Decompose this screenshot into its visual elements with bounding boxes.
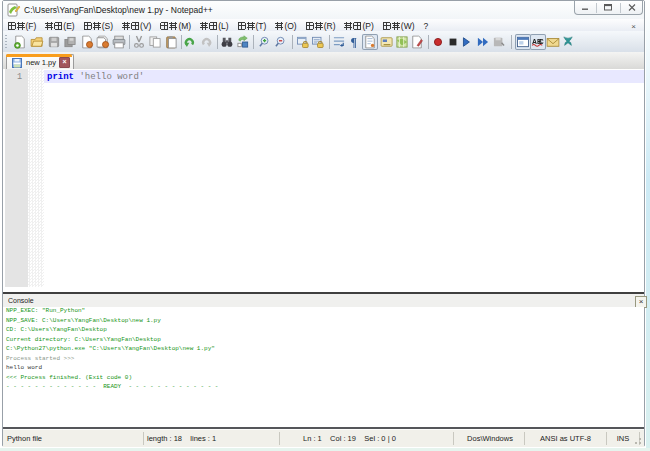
svg-text:C: C — [539, 38, 544, 45]
svg-text:¶: ¶ — [351, 35, 357, 49]
